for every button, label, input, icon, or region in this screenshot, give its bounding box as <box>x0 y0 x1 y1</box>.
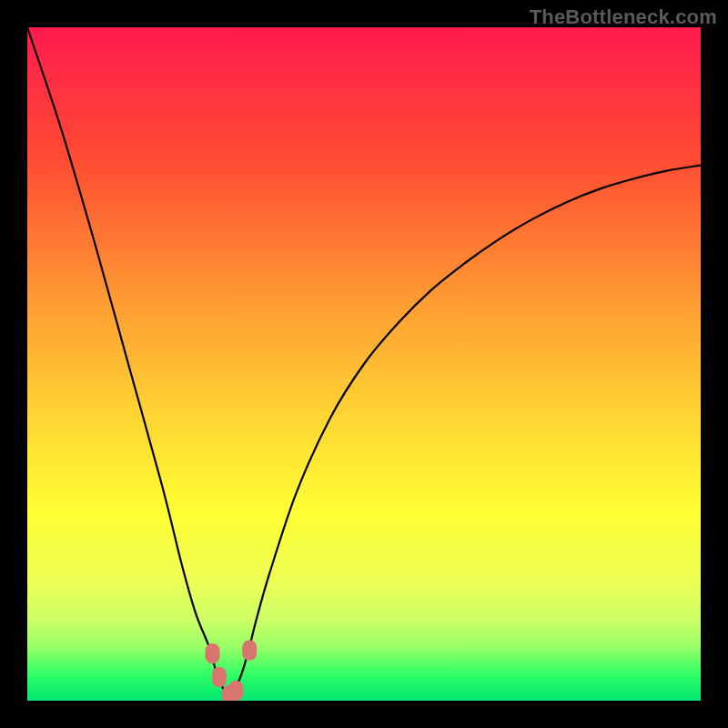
left-marker-2 <box>212 667 227 687</box>
right-marker <box>242 641 257 661</box>
left-marker <box>206 643 220 663</box>
curve-markers <box>206 641 258 702</box>
watermark-text: TheBottleneck.com <box>530 5 717 29</box>
bottom-marker-2 <box>228 681 243 701</box>
curve-layer <box>27 27 701 701</box>
plot-area <box>27 27 701 701</box>
bottleneck-curve <box>27 27 701 697</box>
